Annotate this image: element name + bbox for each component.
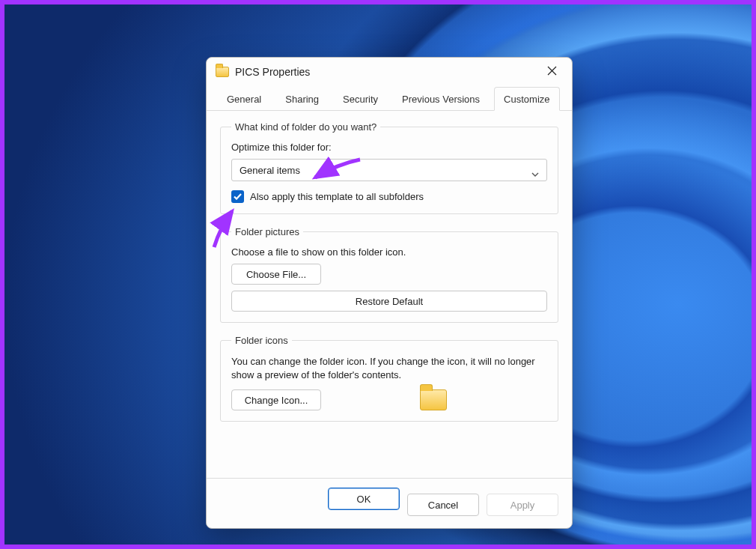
tab-sharing[interactable]: Sharing [275,87,329,111]
restore-default-button[interactable]: Restore Default [231,291,547,312]
optimize-select-value: General items [240,165,300,176]
optimize-select[interactable]: General items [231,159,547,181]
dialog-footer: OK Cancel Apply [207,478,572,528]
group-folder-kind: What kind of folder do you want? Optimiz… [220,121,558,214]
group-folder-icons-legend: Folder icons [231,335,292,346]
optimize-label: Optimize this folder for: [231,142,547,153]
choose-file-button[interactable]: Choose File... [231,264,321,285]
chevron-down-icon [531,168,539,172]
tab-previous-versions[interactable]: Previous Versions [392,87,490,111]
apply-subfolders-label: Also apply this template to all subfolde… [250,191,424,202]
group-folder-kind-legend: What kind of folder do you want? [231,121,380,133]
ok-button[interactable]: OK [328,488,400,510]
group-folder-pictures-legend: Folder pictures [231,226,303,237]
properties-dialog: PICS Properties General Sharing Security… [206,57,573,529]
window-title: PICS Properties [235,66,539,78]
folder-icon [216,67,229,77]
folder-pictures-desc: Choose a file to show on this folder ico… [231,246,547,258]
group-folder-icons: Folder icons You can change the folder i… [220,335,558,422]
cancel-button[interactable]: Cancel [407,494,479,516]
tab-security[interactable]: Security [333,87,388,111]
change-icon-button[interactable]: Change Icon... [231,389,321,410]
folder-icons-desc: You can change the folder icon. If you c… [231,355,547,382]
folder-icon-preview [420,389,447,410]
close-icon [547,66,557,78]
tabs: General Sharing Security Previous Versio… [207,86,572,111]
tab-general[interactable]: General [217,87,271,111]
apply-subfolders-row: Also apply this template to all subfolde… [231,190,547,203]
group-folder-pictures: Folder pictures Choose a file to show on… [220,226,558,323]
tab-page-customize: What kind of folder do you want? Optimiz… [207,111,572,478]
close-button[interactable] [539,61,564,83]
tab-customize[interactable]: Customize [494,87,559,111]
titlebar[interactable]: PICS Properties [207,58,572,86]
check-icon [234,191,242,202]
apply-button[interactable]: Apply [487,494,558,516]
apply-subfolders-checkbox[interactable] [231,190,244,203]
